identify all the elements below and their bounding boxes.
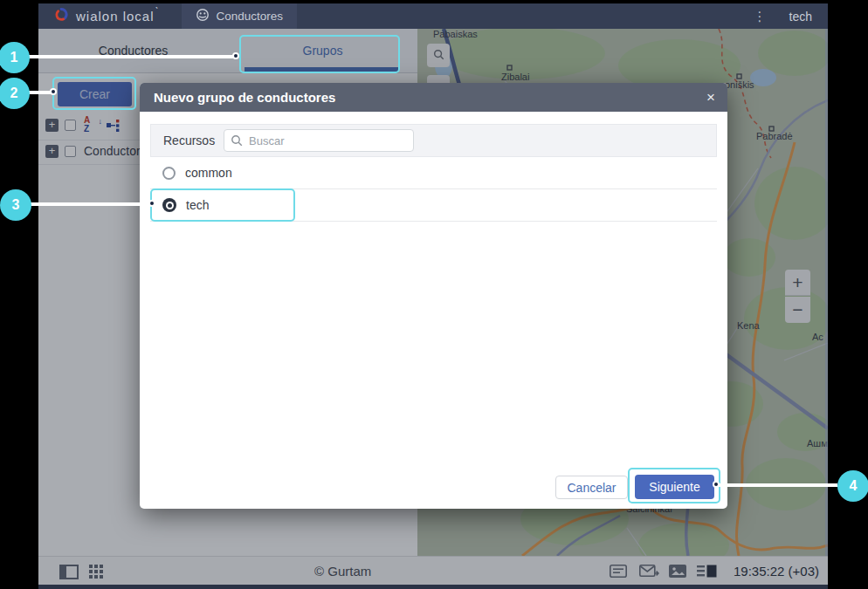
highlight-box-create-button — [52, 77, 136, 110]
highlight-box-grupos-tab — [239, 35, 400, 73]
highlight-box-next-button — [628, 468, 720, 503]
callout-badge-2: 2 — [0, 78, 30, 109]
wialon-logo-icon — [54, 7, 69, 25]
screenshot-stage: wialon local ˋ Conductores ⋮ tech Conduc… — [0, 0, 868, 589]
search-icon — [231, 134, 243, 150]
callout-line-4 — [718, 483, 837, 487]
callout-dot-3 — [148, 200, 155, 207]
new-driver-group-dialog: Nuevo grupo de conductores × Recursos co… — [140, 83, 727, 509]
close-icon[interactable]: × — [706, 90, 715, 105]
resource-search — [224, 129, 414, 152]
topbar-tab-conductores[interactable]: Conductores — [182, 3, 298, 29]
driver-icon — [196, 8, 210, 25]
user-menu[interactable]: tech — [789, 10, 812, 24]
callout-line-1 — [28, 55, 238, 58]
resources-label: Recursos — [163, 134, 215, 147]
highlight-box-tech-option — [150, 188, 295, 222]
callout-badge-1: 1 — [0, 42, 30, 73]
callout-badge-3: 3 — [0, 189, 31, 221]
search-input[interactable] — [224, 129, 414, 152]
top-bar: wialon local ˋ Conductores ⋮ tech — [38, 3, 828, 29]
dialog-title: Nuevo grupo de conductores — [154, 90, 335, 105]
logo-accent: ˋ — [155, 6, 159, 18]
kebab-menu-icon[interactable]: ⋮ — [754, 9, 767, 24]
option-label: common — [185, 166, 232, 180]
callout-dot-4 — [713, 481, 720, 488]
resource-option-common[interactable]: common — [150, 157, 717, 189]
topbar-tab-label: Conductores — [217, 10, 284, 23]
callout-dot-2 — [50, 88, 57, 95]
logo-text: wialon local — [76, 9, 155, 24]
cancel-button[interactable]: Cancelar — [555, 476, 628, 499]
dialog-titlebar: Nuevo grupo de conductores × — [140, 83, 727, 112]
resources-bar: Recursos — [150, 124, 717, 157]
callout-badge-4: 4 — [837, 470, 868, 502]
callout-dot-1 — [232, 52, 239, 59]
callout-line-3 — [30, 202, 153, 206]
radio-unchecked[interactable] — [162, 167, 176, 180]
wialon-logo: wialon local ˋ — [54, 7, 159, 25]
